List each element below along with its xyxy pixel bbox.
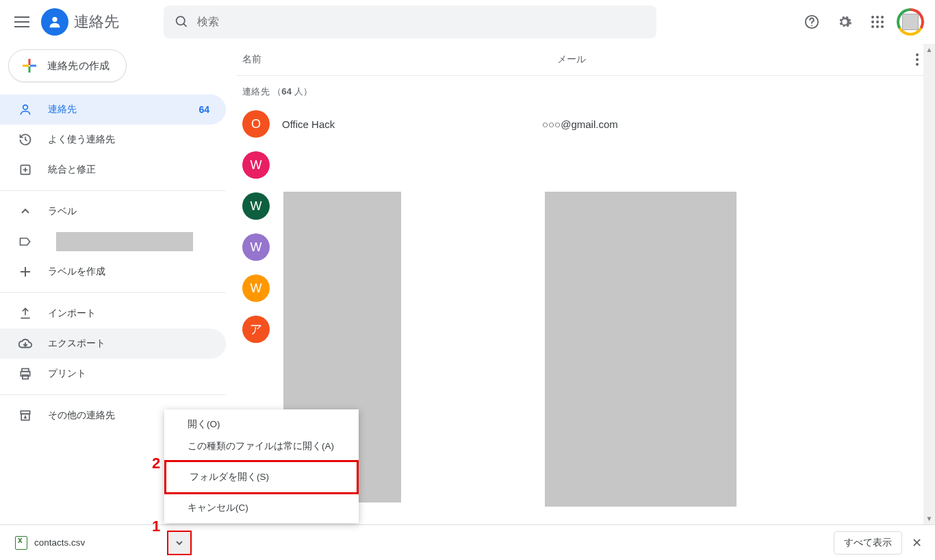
contact-email: ○○○@gmail.com [542,118,618,130]
svg-rect-19 [23,65,29,67]
contacts-icon [41,8,68,36]
ctx-cancel[interactable]: キャンセル(C) [164,497,359,519]
column-name: 名前 [242,53,557,66]
contact-avatar: W [242,192,270,220]
contact-row[interactable]: W [226,144,935,186]
ctx-open[interactable]: 開く(O) [164,413,359,435]
contact-name: Office Hack [282,118,542,130]
svg-point-12 [876,21,879,23]
contact-avatar: O [242,110,270,138]
app-title: 連絡先 [74,12,119,32]
search-input[interactable] [197,16,645,28]
svg-point-28 [916,53,919,56]
list-header: 名前 メール [226,44,935,75]
plus-icon [20,56,39,75]
sidebar-label: 統合と修正 [48,164,96,176]
label-placeholder [56,232,193,251]
label-icon [18,235,33,249]
ctx-open-folder[interactable]: フォルダを開く(S) [164,460,359,494]
svg-rect-17 [29,59,31,65]
sidebar-label: ラベル [48,205,77,218]
svg-point-21 [23,105,28,110]
archive-icon [18,409,33,422]
download-bar: contacts.csv すべて表示 ✕ [0,524,935,560]
contact-avatar: ア [242,316,270,343]
chevron-up-icon [18,206,33,217]
svg-rect-2 [14,26,29,27]
svg-point-10 [881,16,884,18]
svg-point-14 [871,25,874,28]
cloud-download-icon [18,337,33,351]
svg-line-5 [183,24,186,27]
menu-icon[interactable] [5,5,38,38]
annotation-marker-2: 2 [152,455,160,472]
contact-avatar: W [242,233,270,261]
sidebar-item-export[interactable]: エクスポート [0,329,226,359]
contact-avatar: W [242,275,270,302]
svg-point-11 [871,21,874,23]
excel-icon [15,536,27,550]
svg-rect-1 [14,21,29,23]
contacts-count-line: 連絡先 （64 人） [226,76,935,103]
sidebar-label: インポート [48,307,96,320]
sidebar-label: ラベルを作成 [48,266,105,278]
svg-point-13 [881,21,884,23]
sidebar-label-item[interactable] [0,227,226,257]
svg-rect-20 [30,65,36,67]
merge-icon [18,163,33,177]
download-context-menu: 開く(O) この種類のファイルは常に開く(A) フォルダを開く(S) キャンセル… [164,409,359,523]
download-filename: contacts.csv [34,537,85,548]
app-logo: 連絡先 [41,8,119,36]
sidebar-item-merge[interactable]: 統合と修正 [0,155,226,185]
gear-icon[interactable] [831,8,858,36]
sidebar-item-import[interactable]: インポート [0,298,226,329]
sidebar-label: プリント [48,368,86,380]
upload-icon [18,307,33,320]
svg-point-15 [876,25,879,28]
avatar[interactable] [897,8,924,36]
create-label: 連絡先の作成 [47,60,110,73]
person-icon [18,103,33,116]
more-vert-icon[interactable] [910,53,924,66]
contact-row[interactable]: OOffice Hack○○○@gmail.com [226,103,935,144]
plus-small-icon [18,266,33,278]
sidebar-create-label[interactable]: ラベルを作成 [0,257,226,287]
sidebar-item-frequent[interactable]: よく使う連絡先 [0,125,226,155]
sidebar-item-print[interactable]: プリント [0,359,226,389]
svg-point-8 [871,16,874,18]
svg-point-9 [876,16,879,18]
svg-point-4 [177,16,185,25]
print-icon [18,367,33,381]
show-all-button[interactable]: すべて表示 [834,531,902,555]
scroll-down-icon[interactable]: ▼ [923,513,935,524]
svg-point-7 [811,25,812,27]
create-contact-button[interactable]: 連絡先の作成 [8,49,127,82]
search-box[interactable] [164,5,656,38]
download-chevron[interactable] [167,531,192,555]
svg-point-30 [916,63,919,66]
sidebar-label: エクスポート [48,338,105,350]
contacts-count: 64 [198,104,209,115]
chevron-down-icon [175,538,184,548]
sidebar-label: よく使う連絡先 [48,133,115,146]
sidebar-label: その他の連絡先 [48,409,115,422]
svg-rect-0 [14,16,29,18]
search-icon [175,14,189,29]
app-header: 連絡先 [0,0,935,44]
column-email: メール [557,53,910,66]
redaction-emails [545,192,737,507]
close-icon[interactable]: ✕ [906,535,927,550]
download-item[interactable]: contacts.csv [8,531,92,555]
svg-point-3 [52,17,57,22]
apps-icon[interactable] [864,8,891,36]
scrollbar[interactable]: ▲ ▼ [923,44,935,524]
sidebar-item-contacts[interactable]: 連絡先 64 [0,94,226,125]
sidebar-label: 連絡先 [48,103,77,116]
scroll-up-icon[interactable]: ▲ [923,44,935,55]
svg-point-29 [916,58,919,61]
sidebar-labels-header[interactable]: ラベル [0,196,226,227]
help-icon[interactable] [798,8,825,36]
ctx-always-open[interactable]: この種類のファイルは常に開く(A) [164,435,359,457]
history-icon [18,133,33,147]
annotation-marker-1: 1 [152,518,160,535]
